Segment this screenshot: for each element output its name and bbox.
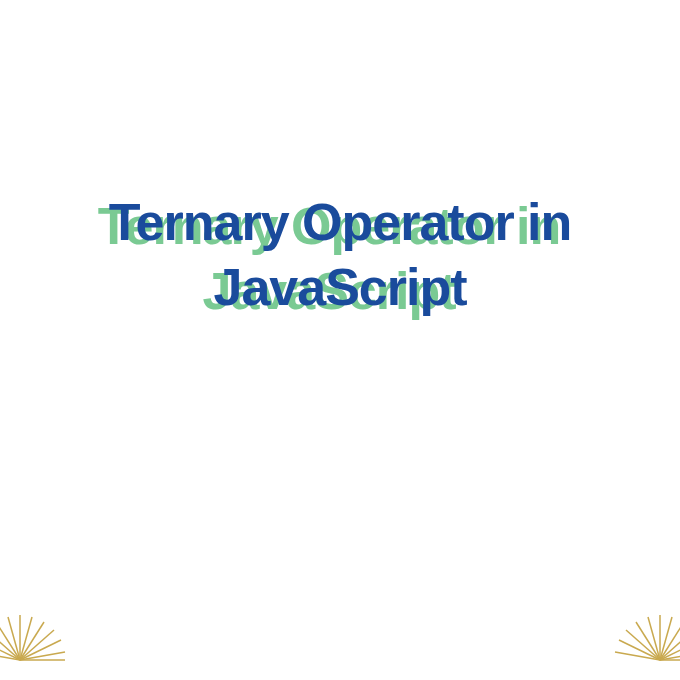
title-main-text: Ternary Operator in JavaScript xyxy=(30,190,650,320)
title-container: Ternary Operator in JavaScript Ternary O… xyxy=(0,190,680,320)
title-line-2: JavaScript xyxy=(213,258,466,316)
svg-line-13 xyxy=(660,617,672,660)
svg-line-7 xyxy=(8,617,20,660)
sunburst-icon xyxy=(610,610,680,680)
title-line-1: Ternary Operator in xyxy=(109,193,572,251)
sunburst-decoration-right xyxy=(610,610,680,680)
sunburst-decoration-left xyxy=(0,610,70,680)
sunburst-icon xyxy=(0,610,70,680)
svg-line-19 xyxy=(648,617,660,660)
svg-line-1 xyxy=(20,617,32,660)
